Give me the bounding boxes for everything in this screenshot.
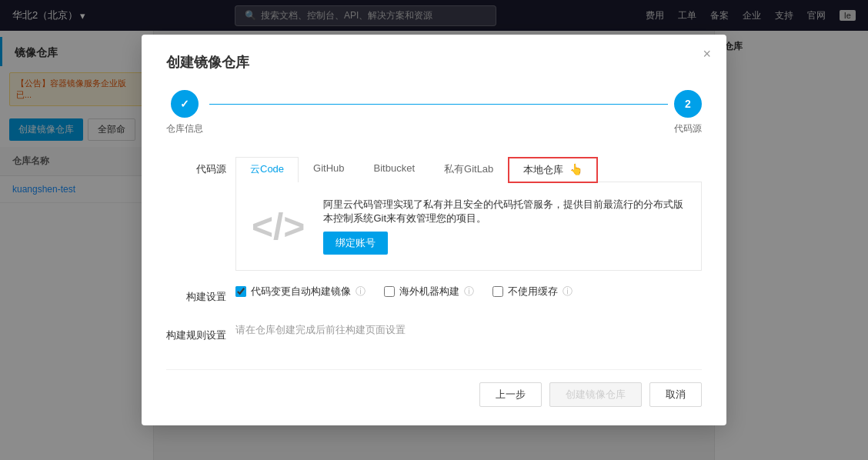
build-settings-control: 代码变更自动构建镜像 ⓘ 海外机器构建 ⓘ 不使用缓存 ⓘ	[235, 285, 702, 298]
tab-gitlab[interactable]: 私有GitLab	[429, 157, 508, 182]
step-2-number: 2	[685, 98, 691, 110]
checkbox-auto-build: 代码变更自动构建镜像 ⓘ	[235, 285, 366, 298]
auto-build-label: 代码变更自动构建镜像	[251, 285, 351, 298]
step-2-circle: 2	[674, 90, 702, 118]
bind-account-button[interactable]: 绑定账号	[323, 232, 388, 255]
cancel-button[interactable]: 取消	[649, 382, 702, 407]
step-line	[209, 104, 668, 105]
modal-close-button[interactable]: ×	[703, 47, 711, 61]
step-1: ✓ 仓库信息	[166, 90, 203, 135]
code-source-control: 云Code GitHub Bitbucket 私有GitLab 本地仓库 👆	[235, 157, 702, 271]
build-rules-control: 请在仓库创建完成后前往构建页面设置	[235, 323, 702, 337]
auto-build-info-icon[interactable]: ⓘ	[356, 285, 366, 298]
build-settings-label: 构建设置	[166, 285, 235, 309]
overseas-info-icon[interactable]: ⓘ	[464, 285, 474, 298]
tab-desc-text: 阿里云代码管理实现了私有并且安全的代码托管服务，提供目前最流行的分布式版本控制系…	[323, 198, 686, 225]
modal-title: 创建镜像仓库	[166, 53, 702, 72]
code-source-label: 代码源	[166, 157, 235, 182]
modal-dialog: 创建镜像仓库 × ✓ 仓库信息 2 代码源 代码源	[142, 35, 726, 425]
build-checkboxes: 代码变更自动构建镜像 ⓘ 海外机器构建 ⓘ 不使用缓存 ⓘ	[235, 285, 702, 298]
steps-container: ✓ 仓库信息 2 代码源	[166, 90, 702, 135]
tab-local[interactable]: 本地仓库 👆	[508, 157, 598, 183]
no-cache-info-icon[interactable]: ⓘ	[563, 285, 573, 298]
modal-footer: 上一步 创建镜像仓库 取消	[166, 369, 702, 407]
checkbox-no-cache: 不使用缓存 ⓘ	[492, 285, 573, 298]
prev-button[interactable]: 上一步	[479, 382, 542, 407]
build-settings-row: 构建设置 代码变更自动构建镜像 ⓘ 海外机器构建 ⓘ 不使用	[166, 285, 702, 309]
build-rules-label: 构建规则设置	[166, 323, 235, 348]
overseas-checkbox[interactable]	[384, 286, 395, 297]
modal-overlay: 创建镜像仓库 × ✓ 仓库信息 2 代码源 代码源	[0, 0, 868, 460]
build-rules-row: 构建规则设置 请在仓库创建完成后前往构建页面设置	[166, 323, 702, 348]
tab-github[interactable]: GitHub	[299, 157, 359, 182]
step-1-label: 仓库信息	[166, 122, 203, 135]
code-tabs: 云Code GitHub Bitbucket 私有GitLab 本地仓库 👆	[235, 157, 702, 182]
step-2: 2 代码源	[674, 90, 702, 135]
tab-content-yuncode: </> 阿里云代码管理实现了私有并且安全的代码托管服务，提供目前最流行的分布式版…	[235, 182, 702, 271]
overseas-label: 海外机器构建	[399, 285, 459, 298]
checkbox-overseas: 海外机器构建 ⓘ	[384, 285, 474, 298]
build-rules-hint: 请在仓库创建完成后前往构建页面设置	[235, 324, 406, 335]
tab-yuncode[interactable]: 云Code	[235, 157, 299, 182]
cursor-pointer-icon: 👆	[569, 163, 583, 175]
tab-bitbucket[interactable]: Bitbucket	[359, 157, 429, 182]
step-2-label: 代码源	[674, 122, 702, 135]
create-button: 创建镜像仓库	[549, 382, 642, 407]
step-1-number: ✓	[180, 98, 189, 110]
tab-description: 阿里云代码管理实现了私有并且安全的代码托管服务，提供目前最流行的分布式版本控制系…	[323, 198, 686, 255]
code-source-row: 代码源 云Code GitHub Bitbucket 私有GitLab	[166, 157, 702, 271]
code-brackets-icon: </>	[252, 205, 305, 248]
step-1-circle: ✓	[171, 90, 199, 118]
no-cache-label: 不使用缓存	[508, 285, 558, 298]
auto-build-checkbox[interactable]	[235, 286, 246, 297]
no-cache-checkbox[interactable]	[492, 286, 503, 297]
